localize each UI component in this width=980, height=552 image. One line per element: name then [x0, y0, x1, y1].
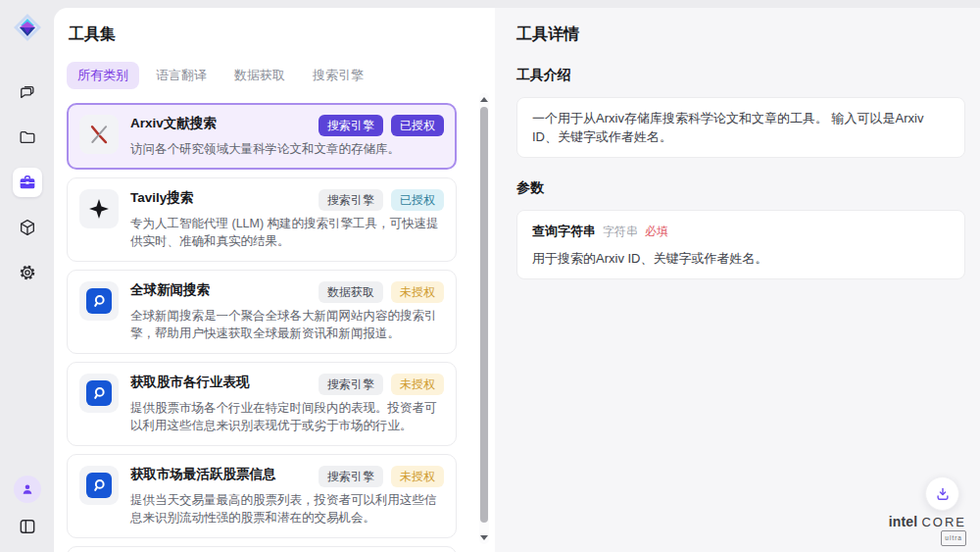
params-box: 查询字符串 字符串 必填 用于搜索的Arxiv ID、关键字或作者姓名。 — [516, 210, 965, 279]
ultra-chip: ultra — [941, 530, 966, 546]
param-required-label: 必填 — [645, 223, 668, 241]
tool-auth-badge: 已授权 — [391, 115, 444, 136]
param-item: 查询字符串 字符串 必填 用于搜索的Arxiv ID、关键字或作者姓名。 — [532, 222, 950, 268]
tab-category-2[interactable]: 数据获取 — [223, 62, 296, 89]
tool-cards: Arxiv文献搜索 搜索引擎 已授权 访问各个研究领域大量科学论文和文章的存储库… — [67, 103, 495, 552]
list-scrollbar[interactable] — [479, 93, 489, 544]
tool-card[interactable]: 全球新闻搜索 数据获取 未授权 全球新闻搜索是一个聚合全球各大新闻网站内容的搜索… — [67, 270, 457, 354]
collapse-sidebar-button[interactable] — [16, 515, 39, 538]
avatar[interactable] — [14, 476, 41, 503]
sidebar-item-folder[interactable] — [13, 123, 42, 152]
news-search-icon — [86, 473, 112, 498]
tab-category-0[interactable]: 所有类别 — [67, 62, 139, 89]
tool-description: 访问各个研究领域大量科学论文和文章的存储库。 — [130, 140, 444, 158]
download-button[interactable] — [925, 477, 959, 511]
tool-description: 提供当天交易量最高的股票列表，投资者可以利用这些信息来识别流动性强的股票和潜在的… — [130, 491, 444, 527]
detail-title: 工具详情 — [516, 25, 965, 45]
tool-description: 全球新闻搜索是一个聚合全球各大新闻网站内容的搜索引擎，帮助用户快速获取全球最新资… — [130, 307, 444, 342]
news-search-icon — [86, 288, 112, 314]
main-content: 工具集 所有类别语言翻译数据获取搜索引擎 Arxiv文献搜索 搜索引擎 已授权 … — [54, 8, 980, 552]
user-icon — [20, 481, 35, 497]
tool-category-badge: 搜索引擎 — [318, 466, 383, 487]
tool-intro-text: 一个用于从Arxiv存储库搜索科学论文和文章的工具。 输入可以是Arxiv ID… — [516, 97, 965, 158]
scroll-up-arrow[interactable] — [480, 97, 488, 102]
tool-auth-badge: 未授权 — [391, 374, 444, 395]
chat-icon — [18, 82, 37, 102]
tab-category-3[interactable]: 搜索引擎 — [302, 62, 374, 89]
sidebar — [0, 0, 54, 552]
cube-icon — [18, 218, 37, 237]
panel-icon — [18, 517, 37, 536]
intel-wordmark: intel — [889, 515, 918, 528]
tool-name: 获取市场最活跃股票信息 — [130, 466, 276, 483]
sidebar-item-toolbox[interactable] — [13, 168, 42, 197]
tab-category-1[interactable]: 语言翻译 — [145, 62, 218, 89]
page-title: 工具集 — [67, 25, 495, 45]
tool-detail-panel: 工具详情 工具介绍 一个用于从Arxiv存储库搜索科学论文和文章的工具。 输入可… — [495, 8, 980, 552]
sidebar-bottom — [14, 476, 41, 538]
scroll-down-arrow[interactable] — [480, 535, 488, 540]
tool-category-badge: 搜索引擎 — [318, 374, 383, 395]
tool-icon — [79, 466, 119, 505]
tool-description: 专为人工智能代理 (LLM) 构建的搜索引擎工具，可快速提供实时、准确和真实的结… — [130, 215, 444, 250]
tool-card[interactable]: Arxiv文献搜索 搜索引擎 已授权 访问各个研究领域大量科学论文和文章的存储库… — [67, 103, 457, 170]
sidebar-nav — [13, 77, 42, 287]
tool-card[interactable]: Tavily搜索 搜索引擎 已授权 专为人工智能代理 (LLM) 构建的搜索引擎… — [67, 177, 457, 262]
tool-category-badge: 搜索引擎 — [318, 189, 383, 211]
app-logo — [13, 13, 42, 42]
tool-name: 获取股市各行业表现 — [130, 374, 250, 391]
tool-auth-badge: 未授权 — [391, 466, 444, 487]
tool-icon — [79, 115, 119, 154]
param-description: 用于搜索的Arxiv ID、关键字或作者姓名。 — [532, 249, 950, 268]
intel-core-ultra-logo: intel CORE ultra — [889, 515, 966, 546]
tool-card[interactable]: 获取股市各行业表现 搜索引擎 未授权 提供股票市场各个行业在特定时间段内的表现。… — [67, 362, 457, 446]
tool-category-badge: 数据获取 — [318, 281, 383, 303]
download-icon — [934, 485, 952, 503]
core-wordmark: CORE — [921, 516, 966, 529]
gear-icon — [18, 263, 37, 282]
tool-icon — [79, 374, 119, 413]
tavily-icon — [86, 196, 112, 222]
sidebar-item-settings[interactable] — [13, 258, 42, 287]
tool-card[interactable]: 获取市场最活跃股票信息 搜索引擎 未授权 提供当天交易量最高的股票列表，投资者可… — [67, 454, 457, 538]
param-type: 字符串 — [603, 223, 638, 241]
tool-auth-badge: 已授权 — [391, 189, 444, 211]
toolbox-icon — [18, 173, 37, 192]
tool-description: 提供股票市场各个行业在特定时间段内的表现。投资者可以利用这些信息来识别表现优于或… — [130, 399, 444, 434]
arxiv-icon — [86, 122, 112, 147]
params-heading: 参数 — [516, 179, 965, 197]
tool-name: Arxiv文献搜索 — [130, 115, 217, 132]
tool-card[interactable]: 万维地区新闻查询 搜索引擎 未授权 查询具体行政区划内的新闻，快速了解各地新闻动… — [67, 546, 457, 552]
tool-category-badge: 搜索引擎 — [318, 115, 383, 136]
folder-icon — [18, 127, 37, 147]
tool-name: 全球新闻搜索 — [130, 281, 210, 299]
news-search-icon — [86, 380, 112, 406]
scrollbar-thumb[interactable] — [480, 107, 488, 523]
category-tabs: 所有类别语言翻译数据获取搜索引擎 — [67, 62, 495, 89]
tool-icon — [79, 189, 119, 228]
sidebar-item-chat[interactable] — [13, 77, 42, 107]
tool-name: Tavily搜索 — [130, 189, 193, 207]
intro-heading: 工具介绍 — [516, 67, 965, 84]
tool-icon — [79, 281, 119, 321]
tool-auth-badge: 未授权 — [391, 281, 444, 303]
param-name: 查询字符串 — [532, 222, 596, 240]
tool-list-panel: 工具集 所有类别语言翻译数据获取搜索引擎 Arxiv文献搜索 搜索引擎 已授权 … — [54, 8, 495, 552]
sidebar-item-cube[interactable] — [13, 213, 42, 242]
